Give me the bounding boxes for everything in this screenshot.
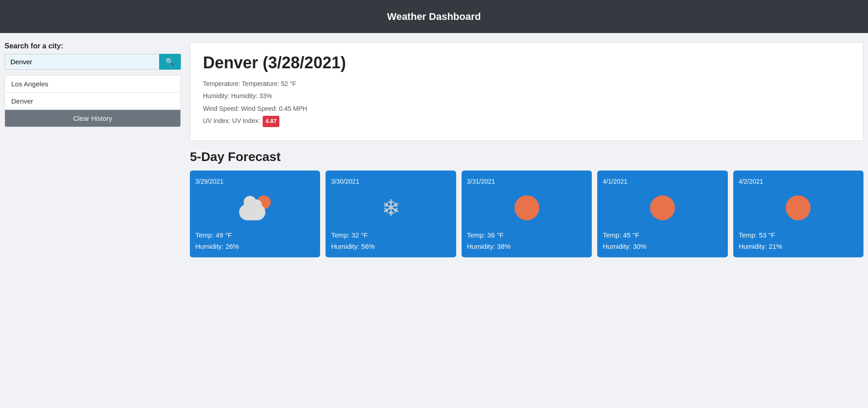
search-input[interactable] [5,54,159,70]
forecast-section: 5-Day Forecast 3/29/2021 Temp: 49 °F Hum… [190,150,863,257]
city-title: Denver (3/28/2021) [203,53,850,72]
history-item-los-angeles[interactable]: Los Angeles [5,76,180,93]
search-button[interactable]: 🔍 [159,54,181,70]
forecast-card-4: 4/2/2021 Temp: 53 °F Humidity: 21% [733,171,863,257]
forecast-icon-area-4 [739,192,858,224]
search-icon: 🔍 [165,58,175,66]
forecast-icon-area-3 [603,192,722,224]
forecast-card-2: 3/31/2021 Temp: 36 °F Humidity: 38% [462,171,592,257]
forecast-humidity-2: Humidity: 38% [467,242,586,250]
clear-history-button[interactable]: Clear History [5,110,180,127]
cloud-sun-icon [239,195,271,220]
forecast-card-1: 3/30/2021 ❄ Temp: 32 °F Humidity: 56% [326,171,456,257]
sidebar: Search for a city: 🔍 Los Angeles Denver … [5,42,181,257]
forecast-title: 5-Day Forecast [190,150,863,164]
history-list: Los Angeles Denver Clear History [5,75,181,127]
forecast-temp-4: Temp: 53 °F [739,231,858,239]
forecast-icon-area-0 [195,192,315,224]
forecast-temp-0: Temp: 49 °F [195,231,315,239]
sun-icon-3 [650,195,675,220]
content-area: Denver (3/28/2021) Temperature: Temperat… [190,42,863,257]
app-header: Weather Dashboard [0,0,868,33]
cloud-body [239,204,265,220]
forecast-date-2: 3/31/2021 [467,178,586,185]
humidity-detail: Humidity: Humidity: 33% [203,91,850,101]
forecast-humidity-3: Humidity: 30% [603,242,722,250]
forecast-date-3: 4/1/2021 [603,178,722,185]
forecast-temp-2: Temp: 36 °F [467,231,586,239]
forecast-humidity-0: Humidity: 26% [195,242,315,250]
forecast-temp-1: Temp: 32 °F [331,231,450,239]
uv-badge: 4.87 [263,116,279,127]
app-title: Weather Dashboard [387,11,481,23]
forecast-temp-3: Temp: 45 °F [603,231,722,239]
uv-index-detail: UV index: UV Index: 4.87 [203,116,850,127]
forecast-card-0: 3/29/2021 Temp: 49 °F Humidity: 26% [190,171,320,257]
forecast-humidity-1: Humidity: 56% [331,242,450,250]
forecast-humidity-4: Humidity: 21% [739,242,858,250]
sun-icon-2 [514,195,539,220]
temperature-detail: Temperature: Temperature: 52 °F [203,79,850,89]
search-label: Search for a city: [5,42,181,50]
history-item-denver[interactable]: Denver [5,93,180,110]
uv-index-label: UV index: UV Index: [203,117,260,124]
forecast-icon-area-2 [467,192,586,224]
forecast-card-3: 4/1/2021 Temp: 45 °F Humidity: 30% [597,171,727,257]
search-row: 🔍 [5,54,181,70]
snowflake-icon: ❄ [382,195,401,221]
forecast-cards: 3/29/2021 Temp: 49 °F Humidity: 26% 3/30… [190,171,863,257]
current-weather-card: Denver (3/28/2021) Temperature: Temperat… [190,42,863,141]
sun-icon-4 [786,195,811,220]
wind-speed-detail: Wind Speed: Wind Speed: 0.45 MPH [203,104,850,114]
forecast-date-4: 4/2/2021 [739,178,858,185]
forecast-date-1: 3/30/2021 [331,178,450,185]
forecast-icon-area-1: ❄ [331,192,450,224]
forecast-date-0: 3/29/2021 [195,178,315,185]
